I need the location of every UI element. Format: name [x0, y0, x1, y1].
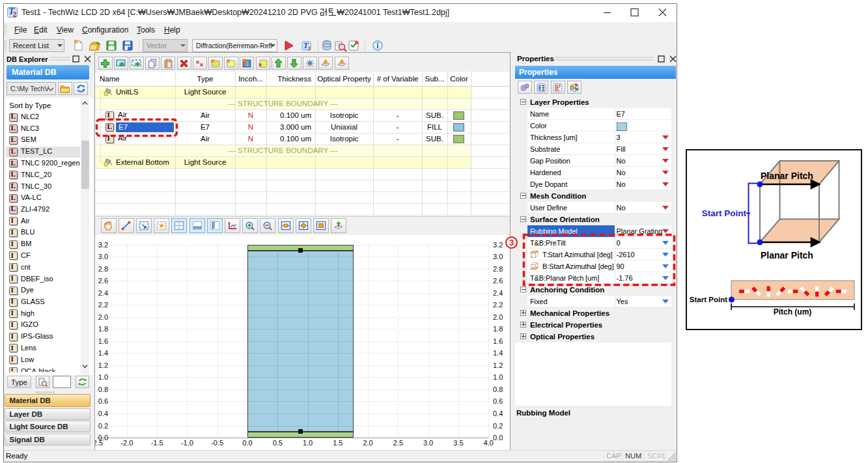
svg-text:Pitch (um): Pitch (um): [774, 307, 812, 316]
svg-text:Start Point: Start Point: [690, 296, 727, 303]
svg-text:2: 2: [308, 46, 311, 51]
svg-text:Planar Pitch: Planar Pitch: [761, 250, 813, 260]
svg-text:Start Point: Start Point: [702, 208, 747, 218]
svg-text:Planar Pitch: Planar Pitch: [761, 171, 813, 181]
